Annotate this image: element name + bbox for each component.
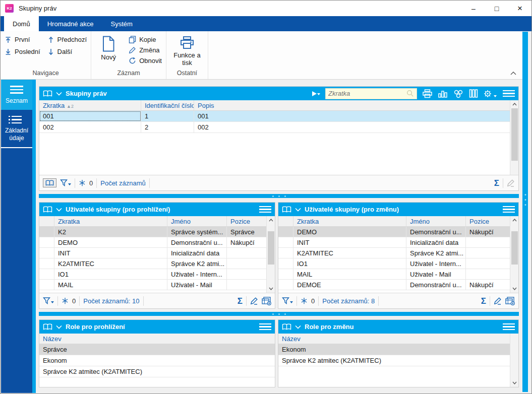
column-header-popis[interactable]: Popis — [194, 100, 510, 110]
panel-menu-icon[interactable] — [259, 323, 271, 331]
table-row[interactable]: 001 1 001 — [39, 111, 510, 122]
sidebar-item-zakladni-udaje[interactable]: Základní údaje — [1, 110, 32, 149]
chevron-down-icon[interactable] — [56, 92, 62, 96]
scroll-up-icon[interactable] — [267, 216, 275, 224]
panel-menu-icon[interactable] — [259, 206, 271, 213]
scroll-up-icon[interactable] — [510, 100, 518, 108]
first-button[interactable]: První — [5, 36, 40, 43]
add-table-record-icon[interactable] — [262, 297, 271, 305]
panel-menu-icon[interactable] — [503, 323, 515, 331]
maximize-button[interactable]: □ — [485, 1, 508, 16]
tab-domu[interactable]: Domů — [4, 16, 39, 31]
right-panel-splitter[interactable] — [522, 32, 528, 392]
next-button[interactable]: Další — [47, 48, 87, 55]
table-row[interactable]: 002 2 002 — [39, 122, 510, 133]
filter-icon[interactable] — [60, 179, 71, 186]
chevron-down-icon[interactable] — [56, 208, 62, 212]
play-icon[interactable] — [312, 91, 320, 96]
previous-button[interactable]: Předchozí — [47, 36, 87, 43]
table-row[interactable]: K2ATMITECSprávce K2 atmi... — [39, 258, 266, 269]
horizontal-splitter[interactable] — [39, 312, 519, 316]
collapse-ribbon-button[interactable] — [510, 72, 516, 75]
table-row[interactable]: DEMODemonstrační u...Nákupčí — [278, 227, 510, 237]
table-row[interactable]: INITInicializační data — [278, 237, 510, 248]
search-input[interactable] — [328, 90, 406, 97]
columns-icon[interactable] — [469, 89, 478, 98]
sum-icon[interactable]: Σ — [238, 297, 243, 305]
frozen-records-icon[interactable] — [62, 297, 69, 304]
settings-gear-icon[interactable] — [483, 89, 497, 98]
table-row[interactable]: Ekonom — [39, 355, 275, 366]
book-icon[interactable] — [282, 323, 291, 331]
panel-header-skupiny-prav: Skupiny práv — [39, 87, 518, 100]
table-row[interactable]: DEMODemonstrační u...Nákupčí — [39, 237, 266, 248]
sidebar-item-seznam[interactable]: Seznam — [1, 80, 32, 110]
automation-gears-icon[interactable] — [453, 89, 464, 98]
change-button[interactable]: Změna — [129, 46, 162, 54]
book-icon[interactable] — [43, 323, 52, 331]
new-button[interactable]: Nový — [95, 34, 122, 69]
filter-icon[interactable] — [43, 297, 54, 304]
vertical-scrollbar[interactable] — [510, 334, 518, 387]
book-icon[interactable] — [43, 206, 52, 213]
column-header[interactable]: Pozice — [466, 216, 510, 226]
frozen-records-icon[interactable] — [79, 179, 86, 186]
column-header[interactable]: Jméno — [406, 216, 466, 226]
column-header-zkratka[interactable]: Zkratka ▲2 — [39, 100, 141, 110]
panel-menu-icon[interactable] — [503, 206, 515, 213]
book-view-toggle[interactable] — [43, 178, 56, 187]
table-row[interactable]: IO1Uživatel - Intern... — [278, 258, 510, 269]
table-row[interactable]: Správce K2 atmitec (K2ATMITEC) — [39, 366, 275, 377]
table-row[interactable]: IO1Uživatel - Intern... — [39, 269, 266, 280]
book-icon[interactable] — [43, 90, 52, 97]
column-header[interactable]: Název — [278, 334, 510, 344]
scroll-down-icon[interactable] — [510, 285, 518, 293]
filter-icon[interactable] — [282, 297, 293, 304]
scroll-down-icon[interactable] — [267, 285, 275, 293]
chevron-down-icon[interactable] — [295, 325, 301, 329]
vertical-scrollbar[interactable] — [510, 100, 518, 175]
table-row[interactable]: Ekonom — [278, 344, 510, 355]
last-button[interactable]: Poslední — [5, 48, 40, 55]
tab-hromadne-akce[interactable]: Hromadné akce — [39, 16, 102, 31]
functions-print-button[interactable]: Funkce a tisk — [170, 34, 204, 69]
close-button[interactable]: × — [508, 1, 531, 16]
sum-icon[interactable]: Σ — [494, 179, 499, 187]
table-row[interactable]: DEMOEDemonstrační u...Nákupčí — [278, 280, 510, 290]
table-row[interactable]: Správce — [39, 344, 275, 355]
sidebar-splitter[interactable] — [32, 80, 36, 393]
column-header[interactable]: Název — [39, 334, 275, 344]
minimize-button[interactable]: – — [462, 1, 485, 16]
refresh-button[interactable]: Obnovit — [129, 57, 162, 64]
column-header[interactable]: Zkratka — [54, 216, 167, 226]
table-row[interactable]: K2Správce systém...Správce — [39, 227, 266, 237]
edit-icon[interactable] — [250, 297, 258, 305]
scroll-down-icon[interactable] — [510, 379, 518, 387]
table-row[interactable]: INITInicializační data — [39, 248, 266, 258]
chart-icon[interactable] — [438, 89, 448, 98]
table-row[interactable]: MAILUživatel - Mail — [39, 280, 266, 290]
scroll-up-icon[interactable] — [510, 216, 518, 224]
vertical-scrollbar[interactable] — [266, 216, 275, 293]
copy-button[interactable]: Kopie — [129, 36, 162, 43]
vertical-scrollbar[interactable] — [510, 216, 518, 293]
chevron-down-icon[interactable] — [56, 325, 62, 329]
table-row[interactable]: Správce K2 atmitec (K2ATMITEC) — [278, 355, 510, 366]
table-row[interactable]: MAILUživatel - Mail — [278, 269, 510, 280]
sum-icon[interactable]: Σ — [481, 297, 486, 305]
column-header[interactable]: Pozice — [227, 216, 266, 226]
column-header-id[interactable]: Identifikační číslo — [141, 100, 194, 110]
book-icon[interactable] — [282, 206, 291, 213]
column-header[interactable]: Jméno — [167, 216, 227, 226]
horizontal-splitter[interactable] — [39, 194, 519, 198]
users-change-table: Zkratka Jméno Pozice DEMODemonstrační u.… — [278, 216, 510, 293]
frozen-records-icon[interactable] — [301, 297, 308, 304]
panel-menu-icon[interactable] — [503, 90, 515, 97]
chevron-down-icon[interactable] — [295, 208, 301, 212]
column-header[interactable]: Zkratka — [293, 216, 406, 226]
table-row[interactable]: K2ATMITECSprávce K2 atmi... — [278, 248, 510, 258]
add-table-record-icon[interactable] — [505, 297, 515, 305]
tab-system[interactable]: Systém — [102, 16, 141, 31]
print-icon[interactable] — [422, 89, 433, 98]
edit-icon[interactable] — [494, 297, 502, 305]
